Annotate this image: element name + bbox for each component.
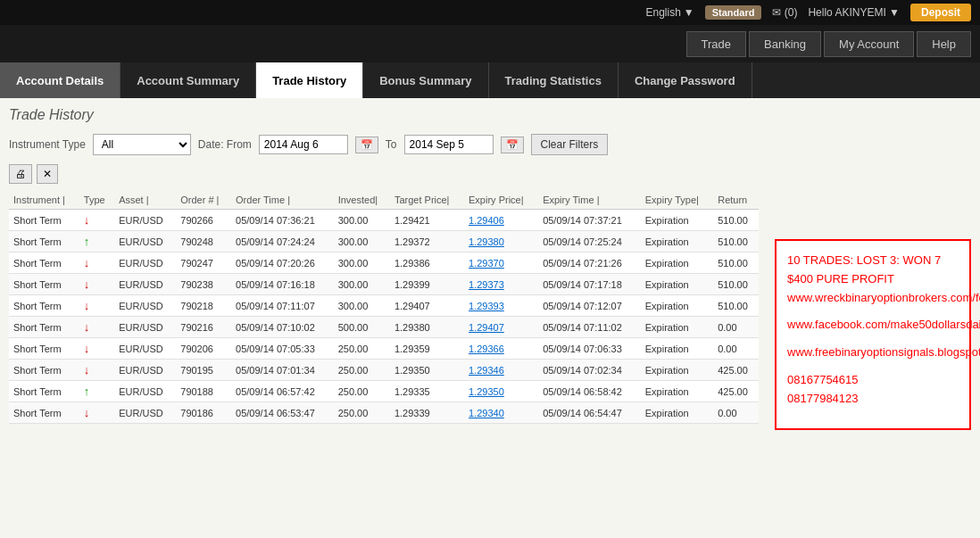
cell-expiry-price[interactable]: 1.29340 xyxy=(464,402,538,424)
filter-row: Instrument Type All Date: From 📅 To 📅 Cl… xyxy=(9,134,971,155)
cell-order-time: 05/09/14 07:16:18 xyxy=(231,274,334,295)
cell-asset: EUR/USD xyxy=(114,360,176,381)
cell-return: 510.00 xyxy=(713,252,759,274)
cell-expiry-type: Expiration xyxy=(641,402,713,424)
cell-instrument: Short Term xyxy=(9,381,79,402)
cell-expiry-price[interactable]: 1.29350 xyxy=(464,381,538,402)
nav-trade[interactable]: Trade xyxy=(686,31,746,57)
user-menu[interactable]: Hello AKINYEMI ▼ xyxy=(808,6,900,19)
col-type: Type xyxy=(79,191,114,210)
cell-expiry-time: 05/09/14 07:02:34 xyxy=(538,360,641,381)
top-bar: English ▼ Standard ✉ (0) Hello AKINYEMI … xyxy=(0,0,980,25)
nav-help[interactable]: Help xyxy=(917,31,971,57)
tab-account-details[interactable]: Account Details xyxy=(0,62,120,98)
cell-expiry-price[interactable]: 1.29393 xyxy=(464,295,538,317)
cell-instrument: Short Term xyxy=(9,210,79,231)
tab-change-password[interactable]: Change Password xyxy=(619,62,752,98)
mail-item[interactable]: ✉ (0) xyxy=(772,6,797,19)
tab-trade-history[interactable]: Trade History xyxy=(256,62,363,98)
col-instrument: Instrument | xyxy=(9,191,79,210)
table-row: Short Term ↑ EUR/USD 790188 05/09/14 06:… xyxy=(9,381,759,402)
cell-invested: 250.00 xyxy=(334,381,390,402)
cell-direction: ↑ xyxy=(79,381,114,402)
tab-account-summary[interactable]: Account Summary xyxy=(120,62,256,98)
cell-return: 0.00 xyxy=(713,317,759,338)
nav-bar: Trade Banking My Account Help xyxy=(0,25,980,62)
cell-invested: 500.00 xyxy=(334,317,390,338)
table-row: Short Term ↓ EUR/USD 790216 05/09/14 07:… xyxy=(9,317,759,338)
cell-target-price: 1.29339 xyxy=(390,402,464,424)
cell-asset: EUR/USD xyxy=(114,295,176,317)
cell-direction: ↓ xyxy=(79,274,114,295)
tab-bonus-summary[interactable]: Bonus Summary xyxy=(363,62,488,98)
cell-invested: 300.00 xyxy=(334,274,390,295)
col-return: Return xyxy=(713,191,759,210)
nav-banking[interactable]: Banking xyxy=(749,31,821,57)
direction-down-icon: ↓ xyxy=(84,342,90,355)
tabs-bar: Account Details Account Summary Trade Hi… xyxy=(0,62,980,98)
cell-instrument: Short Term xyxy=(9,231,79,252)
cell-expiry-time: 05/09/14 07:25:24 xyxy=(538,231,641,252)
clear-filters-button[interactable]: Clear Filters xyxy=(531,134,609,155)
cell-expiry-type: Expiration xyxy=(641,338,713,360)
cell-asset: EUR/USD xyxy=(114,274,176,295)
direction-down-icon: ↓ xyxy=(84,213,90,227)
cell-direction: ↓ xyxy=(79,317,114,338)
cell-instrument: Short Term xyxy=(9,295,79,317)
cell-expiry-price[interactable]: 1.29407 xyxy=(464,317,538,338)
cell-order-time: 05/09/14 07:01:34 xyxy=(231,360,334,381)
date-from-input[interactable] xyxy=(259,135,348,154)
cell-invested: 300.00 xyxy=(334,295,390,317)
cell-target-price: 1.29407 xyxy=(390,295,464,317)
cell-expiry-price[interactable]: 1.29346 xyxy=(464,360,538,381)
cell-order: 790247 xyxy=(176,252,231,274)
cell-expiry-type: Expiration xyxy=(641,231,713,252)
ad-line4: 08167754615 08177984123 xyxy=(787,371,959,409)
cell-direction: ↓ xyxy=(79,360,114,381)
cell-asset: EUR/USD xyxy=(114,231,176,252)
table-row: Short Term ↑ EUR/USD 790248 05/09/14 07:… xyxy=(9,231,759,252)
table-row: Short Term ↓ EUR/USD 790247 05/09/14 07:… xyxy=(9,252,759,274)
cell-expiry-price[interactable]: 1.29366 xyxy=(464,338,538,360)
date-to-input[interactable] xyxy=(404,135,494,154)
cell-order: 790266 xyxy=(176,210,231,231)
direction-down-icon: ↓ xyxy=(84,406,90,419)
cell-expiry-price[interactable]: 1.29373 xyxy=(464,274,538,295)
cell-expiry-type: Expiration xyxy=(641,381,713,402)
instrument-type-select[interactable]: All xyxy=(93,134,191,155)
cell-expiry-price[interactable]: 1.29380 xyxy=(464,231,538,252)
table-row: Short Term ↓ EUR/USD 790195 05/09/14 07:… xyxy=(9,360,759,381)
cell-order-time: 05/09/14 07:05:33 xyxy=(231,338,334,360)
cell-expiry-time: 05/09/14 07:17:18 xyxy=(538,274,641,295)
export-button[interactable]: ✕ xyxy=(37,164,58,184)
cell-direction: ↓ xyxy=(79,210,114,231)
language-selector[interactable]: English ▼ xyxy=(645,6,693,19)
cell-asset: EUR/USD xyxy=(114,402,176,424)
ad-line1: 10 TRADES: LOST 3: WON 7 $400 PURE PROFI… xyxy=(787,252,959,307)
deposit-button[interactable]: Deposit xyxy=(910,4,971,21)
tab-trading-statistics[interactable]: Trading Statistics xyxy=(489,62,619,98)
cell-return: 510.00 xyxy=(713,274,759,295)
date-to-label: To xyxy=(386,138,397,151)
cell-target-price: 1.29399 xyxy=(390,274,464,295)
direction-up-icon: ↑ xyxy=(84,385,90,398)
cell-invested: 250.00 xyxy=(334,338,390,360)
cell-expiry-price[interactable]: 1.29406 xyxy=(464,210,538,231)
col-order-time: Order Time | xyxy=(231,191,334,210)
calendar-from-icon[interactable]: 📅 xyxy=(355,137,378,153)
cell-return: 510.00 xyxy=(713,231,759,252)
cell-expiry-type: Expiration xyxy=(641,252,713,274)
cell-expiry-type: Expiration xyxy=(641,360,713,381)
cell-instrument: Short Term xyxy=(9,402,79,424)
cell-expiry-price[interactable]: 1.29370 xyxy=(464,252,538,274)
sidebar-ad: 10 TRADES: LOST 3: WON 7 $400 PURE PROFI… xyxy=(775,239,971,430)
cell-direction: ↓ xyxy=(79,252,114,274)
cell-expiry-time: 05/09/14 06:54:47 xyxy=(538,402,641,424)
direction-down-icon: ↓ xyxy=(84,256,90,269)
cell-target-price: 1.29386 xyxy=(390,252,464,274)
calendar-to-icon[interactable]: 📅 xyxy=(501,137,524,153)
print-button[interactable]: 🖨 xyxy=(9,164,32,184)
nav-my-account[interactable]: My Account xyxy=(824,31,914,57)
direction-down-icon: ↓ xyxy=(84,363,90,377)
col-invested: Invested| xyxy=(334,191,390,210)
